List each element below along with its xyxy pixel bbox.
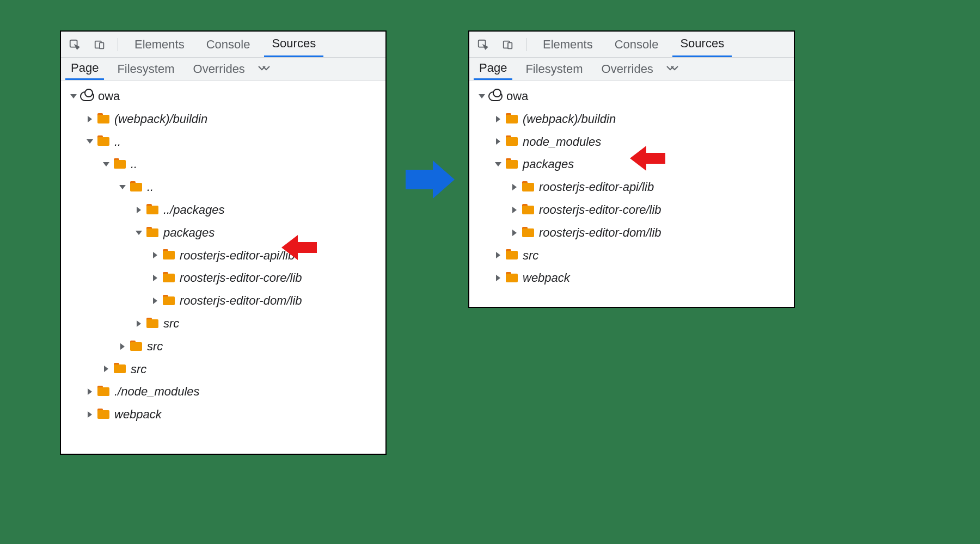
tree-label: webpack <box>114 403 162 426</box>
subtab-page[interactable]: Page <box>474 58 512 80</box>
chevron-right-icon <box>496 138 500 145</box>
chevron-right-icon <box>88 388 92 395</box>
tree-row[interactable]: src <box>469 244 794 267</box>
tree-label: .. <box>147 176 154 199</box>
tab-console[interactable]: Console <box>607 32 666 57</box>
tree-label: owa <box>98 85 120 108</box>
tree-label: packages <box>163 221 215 244</box>
chevron-right-icon <box>88 411 92 418</box>
tab-sources[interactable]: Sources <box>672 32 732 57</box>
chevron-right-icon <box>153 252 157 258</box>
device-toggle-icon[interactable] <box>499 35 517 54</box>
chevron-down-icon <box>87 139 93 144</box>
tree-row[interactable]: (webpack)/buildin <box>469 108 794 131</box>
tab-console[interactable]: Console <box>199 32 258 57</box>
folder-icon <box>506 137 518 146</box>
tree-label: webpack <box>523 267 570 289</box>
tree-row[interactable]: roosterjs-editor-api/lib <box>61 244 385 267</box>
tree-row[interactable]: roosterjs-editor-dom/lib <box>469 221 794 244</box>
cloud-icon <box>488 91 503 101</box>
tree-label: .. <box>131 153 137 176</box>
red-annotation-arrow-icon <box>279 234 317 261</box>
folder-icon <box>506 251 518 259</box>
tree-row[interactable]: webpack <box>469 267 794 289</box>
folder-icon <box>163 296 175 305</box>
tree-row[interactable]: .. <box>61 153 385 176</box>
chevron-down-icon <box>103 162 109 166</box>
tree-row[interactable]: src <box>61 312 385 335</box>
blue-transition-arrow-icon <box>403 158 457 201</box>
tree-row[interactable]: roosterjs-editor-core/lib <box>61 267 385 289</box>
subtab-page[interactable]: Page <box>65 58 104 80</box>
more-tabs-icon[interactable] <box>666 65 678 73</box>
subtab-overrides[interactable]: Overrides <box>188 58 250 80</box>
chevron-down-icon <box>136 231 142 235</box>
tree-row[interactable]: roosterjs-editor-api/lib <box>469 176 794 199</box>
tree-row[interactable]: ./node_modules <box>61 380 385 403</box>
sources-sub-tabs: Page Filesystem Overrides <box>469 58 794 81</box>
subtab-filesystem[interactable]: Filesystem <box>112 58 180 80</box>
tree-row[interactable]: (webpack)/buildin <box>61 108 385 131</box>
devtools-panel-after: Elements Console Sources Page Filesystem… <box>468 30 795 308</box>
red-annotation-arrow-icon <box>627 145 665 172</box>
tree-label: src <box>147 335 163 358</box>
chevron-right-icon <box>496 252 500 258</box>
chevron-right-icon <box>153 298 157 304</box>
tree-row[interactable]: roosterjs-editor-core/lib <box>469 199 794 221</box>
tree-label: roosterjs-editor-dom/lib <box>539 221 661 244</box>
tree-row[interactable]: webpack <box>61 403 385 426</box>
more-tabs-icon[interactable] <box>258 65 270 73</box>
tree-row[interactable]: ../packages <box>61 199 385 221</box>
folder-icon <box>97 387 109 396</box>
tree-label: .. <box>114 131 121 153</box>
tree-row[interactable]: .. <box>61 131 385 153</box>
folder-icon <box>163 251 175 259</box>
inspect-icon[interactable] <box>474 35 492 54</box>
folder-icon <box>114 160 126 169</box>
file-tree-left: owa (webpack)/buildin .. .. .. ../packag… <box>61 81 385 430</box>
tree-label: packages <box>523 153 574 176</box>
tree-row[interactable]: roosterjs-editor-dom/lib <box>61 289 385 312</box>
inspect-icon[interactable] <box>65 35 84 54</box>
divider <box>118 38 118 51</box>
tree-label: roosterjs-editor-core/lib <box>539 199 661 221</box>
folder-icon <box>130 342 142 351</box>
tree-row[interactable]: src <box>61 358 385 381</box>
chevron-down-icon <box>495 162 501 166</box>
folder-icon <box>146 228 158 237</box>
file-tree-right: owa (webpack)/buildin node_modules packa… <box>469 81 794 294</box>
tree-label: src <box>523 244 538 267</box>
chevron-right-icon <box>496 275 500 281</box>
device-toggle-icon[interactable] <box>90 35 109 54</box>
subtab-overrides[interactable]: Overrides <box>596 58 659 80</box>
folder-icon <box>130 183 142 191</box>
tree-row-packages[interactable]: packages <box>61 221 385 244</box>
devtools-top-tabs: Elements Console Sources <box>61 32 385 58</box>
tree-label: src <box>163 312 179 335</box>
tree-label: (webpack)/buildin <box>114 108 207 131</box>
chevron-right-icon <box>153 275 157 281</box>
chevron-right-icon <box>512 184 517 190</box>
tree-row[interactable]: src <box>61 335 385 358</box>
tree-label: src <box>131 358 146 381</box>
tab-elements[interactable]: Elements <box>535 32 601 57</box>
folder-icon <box>163 274 175 282</box>
chevron-right-icon <box>88 116 92 122</box>
folder-icon <box>97 410 109 419</box>
folder-icon <box>114 364 126 373</box>
tree-label: node_modules <box>523 131 601 153</box>
svg-rect-5 <box>508 42 512 48</box>
tree-label: ../packages <box>163 199 225 221</box>
tree-row-root[interactable]: owa <box>469 85 794 108</box>
folder-icon <box>506 160 518 169</box>
subtab-filesystem[interactable]: Filesystem <box>520 58 588 80</box>
sources-sub-tabs: Page Filesystem Overrides <box>61 58 385 81</box>
tree-row-root[interactable]: owa <box>61 85 385 108</box>
tree-row[interactable]: .. <box>61 176 385 199</box>
folder-icon <box>506 274 518 282</box>
chevron-right-icon <box>137 320 141 327</box>
tab-elements[interactable]: Elements <box>127 32 192 57</box>
svg-rect-2 <box>100 42 103 48</box>
tab-sources[interactable]: Sources <box>264 32 323 57</box>
chevron-right-icon <box>512 230 517 236</box>
